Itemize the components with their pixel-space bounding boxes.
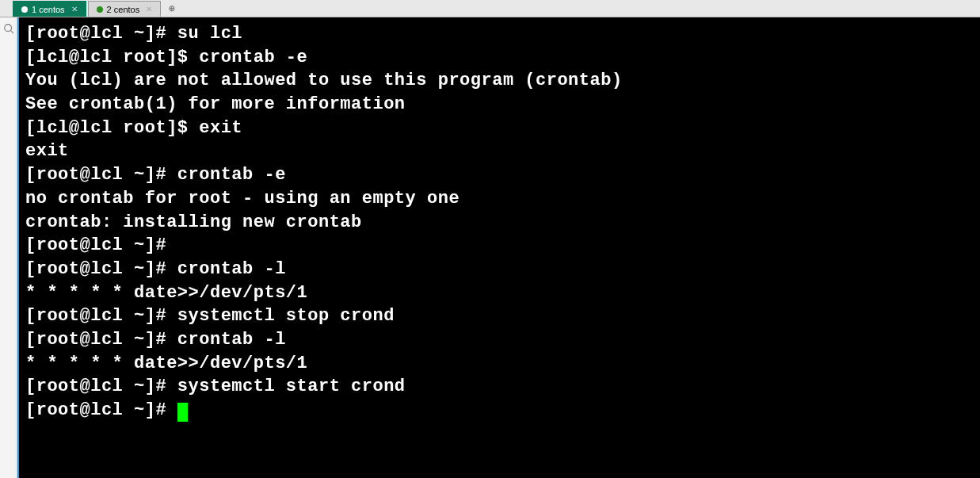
- terminal-line: crontab: installing new crontab: [25, 212, 362, 232]
- terminal-line: [root@lcl ~]# crontab -l: [25, 259, 286, 279]
- svg-line-1: [10, 31, 13, 34]
- terminal-line: [lcl@lcl root]$ exit: [25, 118, 242, 138]
- terminal-line: [root@lcl ~]# crontab -e: [25, 165, 286, 185]
- terminal-line: no crontab for root - using an empty one: [25, 189, 459, 208]
- terminal-line: You (lcl) are not allowed to use this pr…: [25, 71, 623, 90]
- terminal-line: [lcl@lcl root]$ crontab -e: [25, 48, 307, 67]
- terminal-line: * * * * * date>>/dev/pts/1: [25, 354, 307, 373]
- terminal-line: exit: [25, 141, 69, 161]
- terminal-line: [root@lcl ~]# su lcl: [25, 24, 242, 44]
- tab-centos-2[interactable]: 2 centos ✕: [88, 1, 162, 17]
- tab-label: 2 centos: [107, 5, 140, 14]
- terminal-line: [root@lcl ~]# crontab -l: [25, 330, 286, 350]
- status-dot-icon: [97, 6, 103, 13]
- status-dot-icon: [21, 6, 28, 13]
- close-icon[interactable]: ✕: [146, 5, 152, 13]
- close-icon[interactable]: ✕: [71, 5, 78, 13]
- tab-centos-1[interactable]: 1 centos ✕: [13, 1, 86, 17]
- search-icon[interactable]: [2, 22, 15, 35]
- terminal-output[interactable]: [root@lcl ~]# su lcl [lcl@lcl root]$ cro…: [17, 17, 980, 478]
- svg-point-0: [4, 25, 11, 32]
- terminal-line: [root@lcl ~]# systemctl stop crond: [25, 306, 395, 326]
- tab-label: 1 centos: [32, 5, 65, 14]
- terminal-line: * * * * * date>>/dev/pts/1: [25, 283, 307, 303]
- terminal-line: See crontab(1) for more information: [25, 94, 406, 114]
- sidebar: [0, 17, 17, 478]
- terminal-line: [root@lcl ~]#: [25, 235, 177, 255]
- terminal-line: [root@lcl ~]# systemctl start crond: [25, 377, 406, 396]
- cursor-icon: [177, 403, 188, 422]
- add-tab-button[interactable]: ⊕: [162, 1, 181, 17]
- tab-bar: 1 centos ✕ 2 centos ✕ ⊕: [0, 0, 980, 17]
- terminal-line: [root@lcl ~]#: [25, 400, 177, 420]
